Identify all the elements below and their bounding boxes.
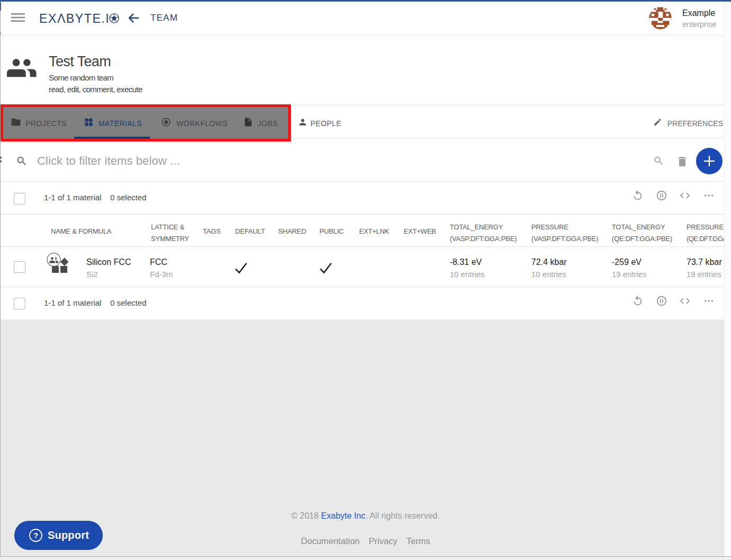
svg-text:?: ? <box>33 531 38 540</box>
